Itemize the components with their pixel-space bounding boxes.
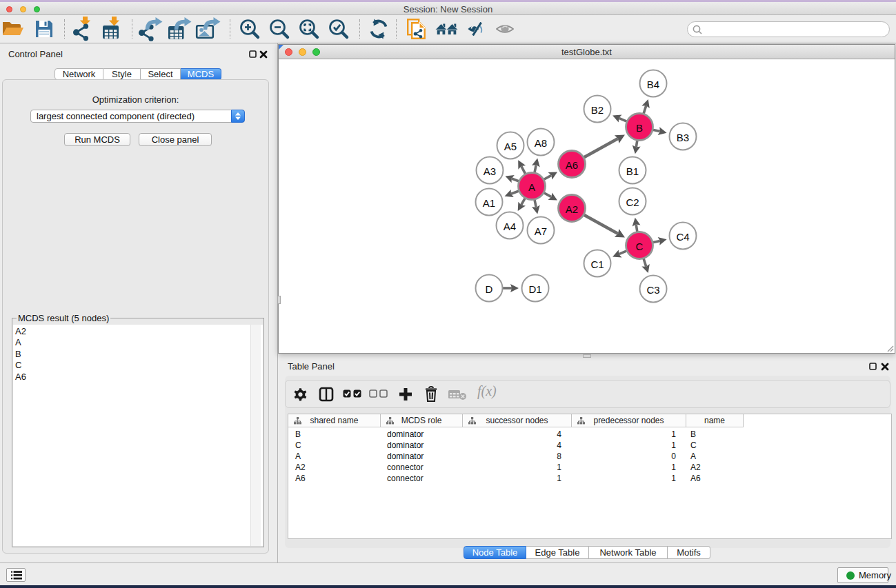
svg-text:C3: C3 — [646, 284, 659, 296]
svg-text:A1: A1 — [483, 197, 495, 209]
svg-text:C: C — [636, 241, 644, 252]
svg-text:A6: A6 — [566, 159, 578, 171]
svg-text:D: D — [486, 283, 493, 295]
svg-text:B: B — [636, 122, 643, 134]
svg-text:A2: A2 — [566, 203, 578, 215]
svg-text:A7: A7 — [535, 225, 547, 237]
svg-text:B4: B4 — [647, 79, 659, 90]
svg-text:C1: C1 — [590, 258, 604, 270]
svg-text:C2: C2 — [626, 196, 639, 208]
svg-text:A5: A5 — [504, 141, 517, 152]
svg-text:A4: A4 — [504, 221, 516, 232]
svg-text:B2: B2 — [591, 104, 604, 116]
svg-text:A8: A8 — [535, 137, 547, 149]
svg-text:A: A — [528, 181, 535, 193]
svg-text:A3: A3 — [484, 165, 496, 177]
svg-text:C4: C4 — [676, 231, 689, 243]
svg-text:B1: B1 — [626, 165, 639, 177]
svg-text:D1: D1 — [528, 283, 541, 295]
svg-text:B3: B3 — [677, 132, 689, 143]
